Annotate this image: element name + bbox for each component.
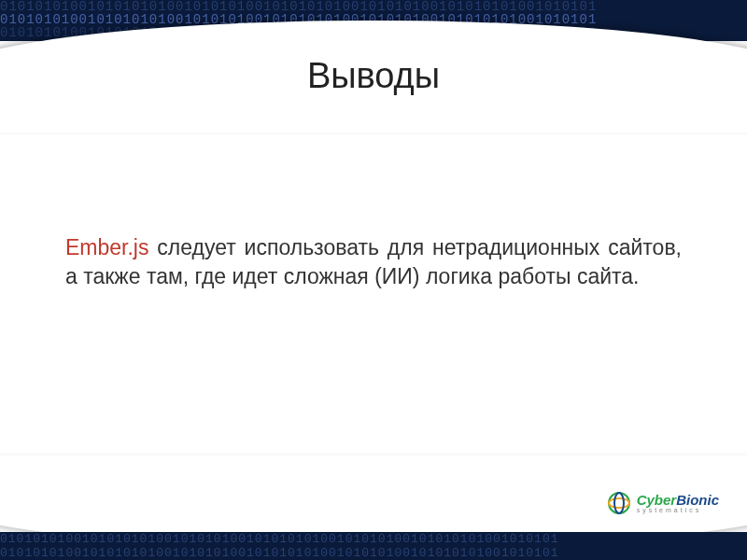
slide-body: Ember.js следует использовать для нетрад…: [65, 233, 682, 291]
logo-brand: CyberBionic: [637, 493, 719, 507]
logo: CyberBionic systematics: [607, 491, 719, 515]
body-highlight: Ember.js: [65, 235, 148, 259]
logo-brand-part2: Bionic: [676, 492, 719, 508]
slide: 0101010100101010101001010101001010101010…: [0, 0, 747, 560]
svg-point-2: [614, 493, 624, 513]
logo-brand-part1: Cyber: [637, 492, 677, 508]
decor-binary-row: 0101010100101010101001010101001010101010…: [0, 0, 747, 13]
svg-point-1: [609, 498, 629, 508]
logo-text: CyberBionic systematics: [637, 493, 719, 513]
svg-point-0: [609, 493, 629, 513]
decor-binary-row: 0101010100101010101001010101001010101010…: [0, 532, 747, 546]
decor-binary-row: 0101010100101010101001010101001010101010…: [0, 546, 747, 560]
logo-tagline: systematics: [637, 507, 719, 513]
slide-title: Выводы: [0, 56, 747, 96]
logo-globe-icon: [607, 491, 631, 515]
body-rest: следует использовать для нетрадиционных …: [65, 235, 682, 288]
bottom-decor-band: 0101010100101010101001010101001010101010…: [0, 532, 747, 560]
